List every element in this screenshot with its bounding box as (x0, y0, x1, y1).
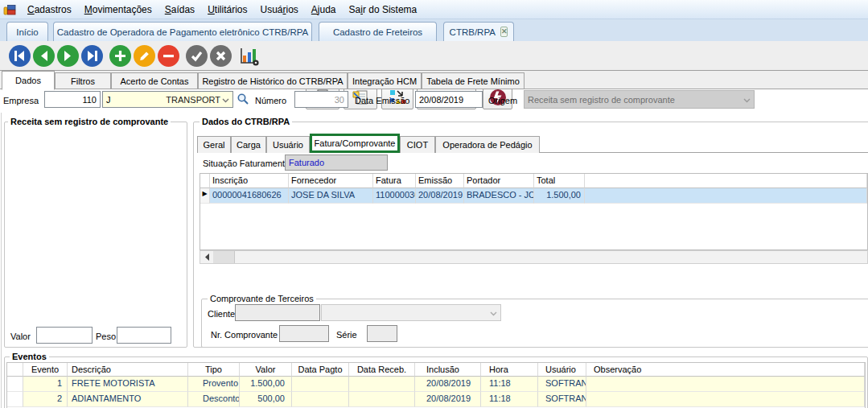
row-indicator: ▶ (200, 188, 210, 204)
table-cell (586, 392, 865, 407)
horizontal-scrollbar[interactable] (200, 250, 868, 264)
empresa-combo[interactable]: J TRANSPORT (102, 91, 233, 108)
close-icon[interactable]: ✕ (500, 27, 508, 37)
tab-label: Início (16, 27, 39, 37)
data-emissao-field[interactable]: 20/08/2019 (415, 91, 483, 108)
tab-cadastro-operadora[interactable]: Cadastro de Operadora de Pagamento eletr… (53, 22, 312, 41)
subtab-tabela-frete-minimo[interactable]: Tabela de Frete Mínimo (422, 72, 525, 89)
minus-icon (158, 45, 179, 67)
cliente-label: Cliente: (208, 309, 237, 319)
inner-tab-ciot[interactable]: CIOT (400, 136, 435, 153)
first-record-button[interactable] (9, 45, 31, 67)
menu-item-usuarios[interactable]: Usuários (253, 4, 304, 15)
menu-label-part: ovimentações (93, 4, 152, 15)
subtab-label: Tabela de Frete Mínimo (426, 76, 520, 86)
subtab-registro-historico[interactable]: Registro de Histórico do CTRB/RPA (198, 72, 348, 89)
cancel-button[interactable] (210, 45, 232, 67)
nr-comprovante-field[interactable] (279, 325, 329, 342)
table-cell: 500,00 (240, 392, 292, 407)
menu-label-part: adastros (35, 4, 72, 15)
inner-tab-label: Carga (237, 140, 261, 150)
chart-settings-button[interactable] (238, 46, 261, 67)
table-row[interactable]: 1FRETE MOTORISTAProvento1.500,0020/08/20… (7, 377, 865, 392)
inner-tab-geral[interactable]: Geral (197, 136, 231, 153)
table-cell: 20/08/2019 (415, 392, 481, 407)
cliente-code-field[interactable] (235, 304, 320, 321)
tab-ctrb-rpa[interactable]: CTRB/RPA ✕ (443, 22, 514, 41)
confirm-button[interactable] (186, 45, 208, 67)
toolbar: ⚙⚙ CIOT (0, 41, 868, 71)
situacao-faturamento-label: Situação Faturamento (203, 159, 290, 168)
empresa-code-field[interactable]: 110 (44, 91, 101, 108)
column-header: Emissão (416, 174, 464, 188)
table-cell: 2 (23, 392, 68, 407)
table-cell: 1.500,00 (534, 188, 585, 204)
subtab-acerto-de-contas[interactable]: Acerto de Contas (111, 72, 198, 89)
previous-record-button[interactable] (33, 45, 55, 67)
table-cell: 1.500,00 (240, 377, 292, 392)
column-header: Valor (240, 363, 292, 377)
grid-indicator-header (7, 363, 23, 377)
empresa-label: Empresa (3, 96, 39, 105)
menu-bar: Cadastros Movimentações Saídas Utilitári… (0, 0, 868, 19)
insert-button[interactable] (109, 45, 131, 67)
situacao-faturamento-field[interactable]: Faturado (285, 155, 388, 171)
serie-label: Série (336, 330, 357, 340)
valor-label: Valor (10, 332, 31, 341)
menu-item-cadastros[interactable]: Cadastros (21, 4, 78, 15)
pencil-icon (134, 45, 155, 67)
menu-label-part: A (311, 4, 318, 15)
chevron-down-icon (222, 95, 229, 105)
edit-button[interactable] (134, 45, 155, 67)
menu-label-part: juda (318, 4, 336, 15)
table-cell: SOFTRAN (538, 392, 586, 407)
serie-field[interactable] (367, 325, 397, 342)
search-icon[interactable] (237, 93, 249, 107)
grid-indicator-header (200, 174, 210, 188)
subtab-dados[interactable]: Dados (2, 71, 55, 90)
menu-item-saidas[interactable]: Saídas (158, 4, 201, 15)
subtab-filtros[interactable]: Filtros (55, 72, 111, 89)
inner-tab-operadora-pedagio[interactable]: Operadora de Pedágio (435, 136, 540, 153)
menu-item-utilitarios[interactable]: Utilitários (201, 4, 253, 15)
table-cell: BRADESCO - JC T (464, 188, 534, 204)
chevron-down-icon (743, 95, 751, 105)
menu-item-sair-do-sistema[interactable]: Sair do Sistema (343, 4, 424, 15)
menu-label-part: Sa (349, 4, 361, 15)
menu-item-movimentacoes[interactable]: Movimentações (78, 4, 158, 15)
table-row[interactable]: 2ADIANTAMENTODesconto500,0020/08/201911:… (7, 392, 865, 407)
numero-field[interactable]: 30 (294, 91, 348, 108)
subtab-integracao-hcm[interactable]: Integração HCM (348, 72, 422, 89)
table-cell (349, 392, 415, 407)
last-record-button[interactable] (81, 45, 103, 67)
column-header: Observação (586, 363, 865, 377)
table-row[interactable]: ▶00000041680626JOSE DA SILVA11000003020/… (200, 188, 867, 204)
tab-cadastro-freteiros[interactable]: Cadastro de Freteiros (319, 22, 437, 41)
inner-tab-usuario[interactable]: Usuário (266, 136, 310, 153)
subtab-label: Filtros (71, 76, 95, 86)
inner-tab-fatura-comprovante[interactable]: Fatura/Comprovante (310, 134, 400, 153)
x-icon (210, 45, 232, 67)
delete-button[interactable] (158, 45, 179, 67)
numero-value: 30 (335, 95, 344, 105)
origem-combo[interactable]: Receita sem registro de comprovante (524, 90, 755, 109)
plus-icon (109, 45, 131, 67)
peso-field[interactable] (117, 327, 171, 344)
menu-label-part: ios (286, 4, 298, 15)
scroll-left-arrow[interactable] (200, 251, 214, 263)
tab-inicio[interactable]: Início (6, 22, 48, 41)
menu-label-part: tilitários (215, 4, 248, 15)
next-record-button[interactable] (57, 45, 79, 67)
table-cell: ADIANTAMENTO (68, 392, 188, 407)
row-filler (585, 188, 867, 204)
menu-item-ajuda[interactable]: Ajuda (305, 4, 343, 15)
empresa-name-suffix: TRANSPORT (166, 95, 220, 105)
column-header: Data Pagto (292, 363, 349, 377)
inner-tab-carga[interactable]: Carga (231, 136, 266, 153)
column-header: Evento (23, 363, 68, 377)
scrollbar-thumb[interactable] (214, 251, 235, 263)
table-cell: 00000041680626 (210, 188, 289, 204)
cliente-combo[interactable] (321, 304, 501, 321)
table-cell (586, 377, 865, 392)
valor-field[interactable] (36, 327, 93, 344)
